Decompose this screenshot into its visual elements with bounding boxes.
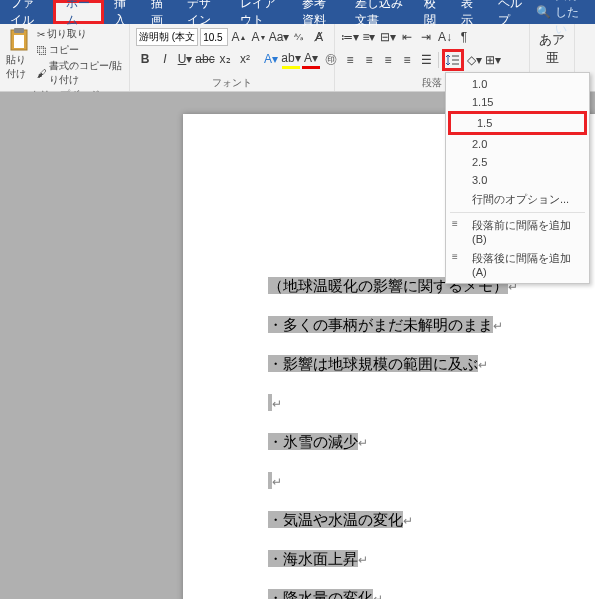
tab-references[interactable]: 参考資料 — [292, 0, 345, 24]
para-mark-icon: ↵ — [493, 319, 503, 333]
spacing-2-5[interactable]: 2.5 — [446, 153, 589, 171]
svg-rect-2 — [14, 35, 24, 48]
para-mark-icon: ↵ — [403, 514, 413, 528]
tab-draw[interactable]: 描画 — [141, 0, 178, 24]
doc-line[interactable]: ・海水面上昇↵ — [268, 539, 518, 578]
underline-button[interactable]: U▾ — [176, 49, 194, 69]
increase-indent-button[interactable]: ⇥ — [417, 27, 435, 47]
multilevel-button[interactable]: ⊟▾ — [379, 27, 397, 47]
font-size-select[interactable]: 10.5 — [200, 28, 228, 46]
line-spacing-icon — [446, 53, 460, 67]
brush-icon: 🖌 — [37, 68, 47, 79]
phonetic-guide-button[interactable]: ᴬ⁄ₐ — [290, 27, 308, 47]
numbering-button[interactable]: ≡▾ — [360, 27, 378, 47]
spacing-1-15[interactable]: 1.15 — [446, 93, 589, 111]
align-center-button[interactable]: ≡ — [360, 50, 378, 70]
cut-label: 切り取り — [47, 27, 87, 41]
subscript-button[interactable]: x₂ — [216, 49, 234, 69]
style-preview: あア亜 — [536, 27, 568, 67]
align-right-button[interactable]: ≡ — [379, 50, 397, 70]
highlight-button[interactable]: ab▾ — [282, 49, 300, 69]
font-group-label: フォント — [136, 75, 328, 90]
tab-mailings[interactable]: 差し込み文書 — [345, 0, 415, 24]
copy-label: コピー — [49, 43, 79, 57]
doc-line[interactable]: ・気温や水温の変化↵ — [268, 500, 518, 539]
distribute-button[interactable]: ☰ — [417, 50, 435, 70]
doc-line[interactable]: ・氷雪の減少↵ — [268, 422, 518, 461]
bullets-button[interactable]: ≔▾ — [341, 27, 359, 47]
tab-help[interactable]: ヘルプ — [488, 0, 533, 24]
clear-formatting-button[interactable]: A̸ — [310, 27, 328, 47]
change-case-button[interactable]: Aa▾ — [270, 27, 288, 47]
search-icon: 🔍 — [536, 5, 551, 19]
doc-line[interactable]: ↵ — [268, 383, 518, 422]
align-left-button[interactable]: ≡ — [341, 50, 359, 70]
superscript-button[interactable]: x² — [236, 49, 254, 69]
add-space-after[interactable]: ≡段落後に間隔を追加(A) — [446, 248, 589, 281]
para-mark-icon: ↵ — [478, 358, 488, 372]
tab-file[interactable]: ファイル — [0, 0, 53, 24]
para-mark-icon: ↵ — [272, 397, 282, 411]
font-color-button[interactable]: A▾ — [302, 49, 320, 69]
doc-line[interactable]: ・降水量の変化↵ — [268, 578, 518, 599]
sort-button[interactable]: A↓ — [436, 27, 454, 47]
borders-button[interactable]: ⊞▾ — [484, 50, 502, 70]
italic-button[interactable]: I — [156, 49, 174, 69]
spacing-3-0[interactable]: 3.0 — [446, 171, 589, 189]
copy-icon: ⿻ — [37, 45, 47, 56]
bold-button[interactable]: B — [136, 49, 154, 69]
tab-review[interactable]: 校閲 — [414, 0, 451, 24]
clipboard-icon — [8, 27, 30, 53]
spacing-options[interactable]: 行間のオプション... — [446, 189, 589, 210]
para-mark-icon: ↵ — [358, 436, 368, 450]
tab-view[interactable]: 表示 — [451, 0, 488, 24]
justify-button[interactable]: ≡ — [398, 50, 416, 70]
cut-button[interactable]: ✂切り取り — [37, 27, 123, 41]
separator — [438, 52, 439, 68]
add-space-before[interactable]: ≡段落前に間隔を追加(B) — [446, 215, 589, 248]
para-mark-icon: ↵ — [373, 592, 383, 599]
para-mark-icon: ↵ — [358, 553, 368, 567]
tab-home[interactable]: ホーム — [53, 0, 104, 24]
spacing-1-5[interactable]: 1.5 — [448, 111, 587, 135]
format-painter-label: 書式のコピー/貼り付け — [49, 59, 123, 87]
decrease-indent-button[interactable]: ⇤ — [398, 27, 416, 47]
strikethrough-button[interactable]: abc — [196, 49, 214, 69]
para-mark-icon: ↵ — [272, 475, 282, 489]
doc-line[interactable]: ・影響は地球規模の範囲に及ぶ↵ — [268, 344, 518, 383]
spacing-1-0[interactable]: 1.0 — [446, 75, 589, 93]
shading-button[interactable]: ◇▾ — [465, 50, 483, 70]
format-painter-button[interactable]: 🖌書式のコピー/貼り付け — [37, 59, 123, 87]
grow-font-button[interactable]: A▲ — [230, 27, 248, 47]
line-spacing-dropdown: 1.0 1.15 1.5 2.0 2.5 3.0 行間のオプション... ≡段落… — [445, 72, 590, 284]
scissors-icon: ✂ — [37, 29, 45, 40]
show-marks-button[interactable]: ¶ — [455, 27, 473, 47]
svg-rect-1 — [14, 28, 24, 33]
paste-button[interactable]: 貼り付け — [6, 27, 33, 87]
paste-label: 貼り付け — [6, 53, 33, 81]
doc-line[interactable]: ・多くの事柄がまだ未解明のまま↵ — [268, 305, 518, 344]
space-after-icon: ≡ — [452, 251, 458, 262]
text-effects-button[interactable]: A▾ — [262, 49, 280, 69]
space-before-icon: ≡ — [452, 218, 458, 229]
spacing-2-0[interactable]: 2.0 — [446, 135, 589, 153]
tab-insert[interactable]: 挿入 — [104, 0, 141, 24]
tab-design[interactable]: デザイン — [177, 0, 230, 24]
shrink-font-button[interactable]: A▼ — [250, 27, 268, 47]
dropdown-separator — [450, 212, 585, 213]
font-name-select[interactable]: 游明朝 (本文 — [136, 28, 198, 46]
tab-layout[interactable]: レイアウト — [230, 0, 291, 24]
doc-line[interactable]: ↵ — [268, 461, 518, 500]
copy-button[interactable]: ⿻コピー — [37, 43, 123, 57]
line-spacing-button[interactable] — [442, 49, 464, 71]
